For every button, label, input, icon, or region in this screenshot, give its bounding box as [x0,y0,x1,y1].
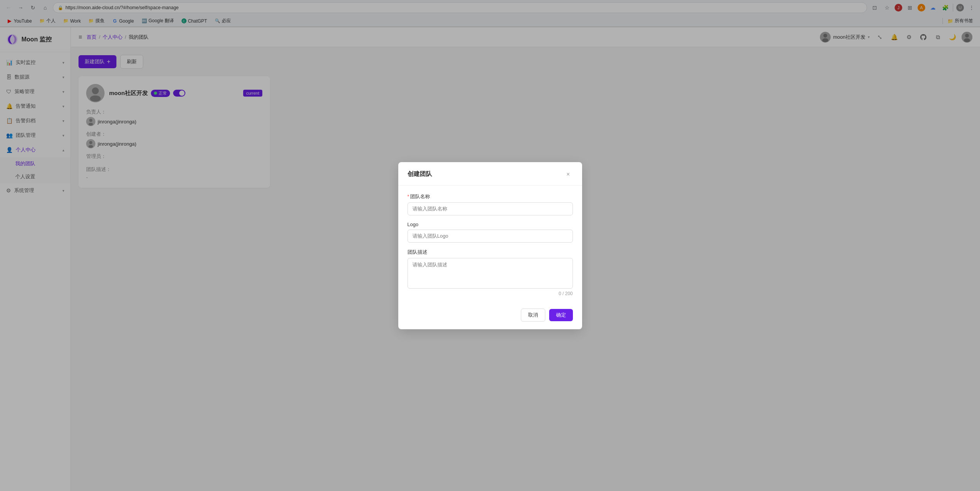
label-description-text: 团队描述 [407,249,427,256]
dialog-title: 创建团队 [407,170,432,178]
form-field-team-name: * 团队名称 [407,193,573,215]
form-label-team-name: * 团队名称 [407,193,573,200]
modal-overlay: 创建团队 × * 团队名称 Logo 团队描 [0,0,980,491]
char-count: 0 / 200 [407,291,573,296]
label-team-name-text: 团队名称 [410,193,430,200]
description-textarea[interactable] [407,258,573,289]
confirm-button[interactable]: 确定 [549,309,573,321]
dialog-close-button[interactable]: × [564,170,573,179]
form-label-logo: Logo [407,222,573,227]
dialog-body: * 团队名称 Logo 团队描述 0 / 200 [398,186,582,304]
logo-input[interactable] [407,230,573,243]
create-team-dialog: 创建团队 × * 团队名称 Logo 团队描 [398,162,582,329]
form-field-logo: Logo [407,222,573,243]
form-field-description: 团队描述 0 / 200 [407,249,573,296]
form-label-description: 团队描述 [407,249,573,256]
label-logo-text: Logo [407,222,419,227]
dialog-footer: 取消 确定 [398,304,582,329]
dialog-header: 创建团队 × [398,162,582,186]
cancel-button[interactable]: 取消 [521,309,545,322]
team-name-input[interactable] [407,202,573,215]
required-star-name: * [407,194,409,199]
